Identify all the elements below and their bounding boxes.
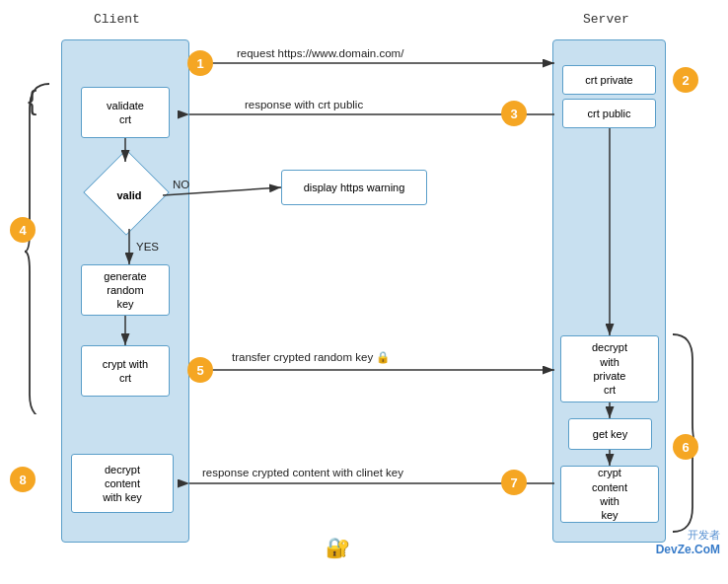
- brace-4-svg: [20, 79, 59, 414]
- brace-6-svg: [663, 329, 702, 537]
- server-label: Server: [583, 12, 629, 27]
- generate-key-box: generate random key: [81, 264, 170, 316]
- badge-1: 1: [187, 50, 213, 76]
- get-key-box: get key: [568, 418, 652, 450]
- decrypt-private-crt-box: decrypt with private crt: [560, 335, 659, 402]
- watermark-line2: DevZe.CoM: [656, 543, 720, 556]
- response-content-label: response crypted content with clinet key: [202, 467, 403, 478]
- no-label: NO: [173, 179, 189, 190]
- watermark-line1: 开发者: [656, 528, 720, 543]
- badge-3: 3: [501, 101, 527, 126]
- crypt-with-crt-box: crypt with crt: [81, 345, 170, 397]
- badge-5: 5: [187, 357, 213, 383]
- yes-label: YES: [136, 241, 159, 253]
- diagram-container: Client Server validate crt valid generat…: [0, 0, 728, 584]
- request-label: request https://www.domain.com/: [237, 47, 403, 59]
- badge-8: 8: [10, 467, 36, 492]
- lock-icon-bottom: 🔐: [326, 536, 350, 559]
- watermark: 开发者 DevZe.CoM: [656, 528, 720, 556]
- badge-7: 7: [501, 470, 527, 495]
- https-warning-box: display https warning: [281, 170, 427, 205]
- transfer-key-label: transfer crypted random key 🔒: [232, 350, 390, 364]
- badge-2: 2: [673, 67, 698, 93]
- validate-crt-box: validate crt: [81, 87, 170, 138]
- badge-4: 4: [10, 217, 36, 243]
- client-label: Client: [94, 12, 140, 27]
- valid-diamond-container: valid: [96, 162, 163, 229]
- badge-6: 6: [673, 434, 698, 460]
- response-crt-label: response with crt public: [245, 99, 363, 110]
- crt-private-box: crt private: [562, 65, 656, 95]
- decrypt-content-box: decrypt content with key: [71, 454, 174, 513]
- crt-public-box: crt public: [562, 99, 656, 128]
- crypt-content-key-box: crypt content with key: [560, 466, 659, 523]
- valid-label: valid: [116, 189, 141, 201]
